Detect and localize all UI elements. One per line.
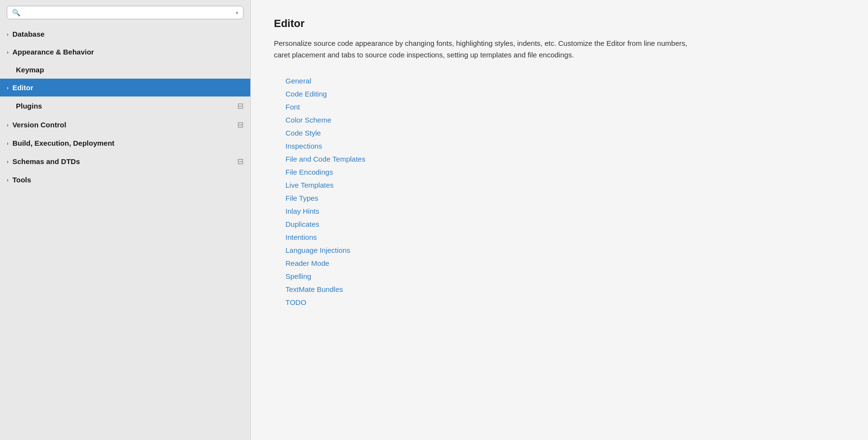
link-live-templates[interactable]: Live Templates (274, 179, 845, 192)
chevron-icon-database: › (7, 31, 9, 37)
sidebar-item-version-control[interactable]: ›Version Control⊟ (0, 115, 250, 134)
chevron-icon-version-control: › (7, 122, 9, 128)
badge-icon-plugins: ⊟ (237, 101, 244, 110)
sidebar-item-plugins[interactable]: Plugins⊟ (0, 96, 250, 115)
sidebar-item-label-keymap: Keymap (16, 66, 244, 74)
sidebar-item-label-build-execution-deployment: Build, Execution, Deployment (13, 139, 244, 147)
link-color-scheme[interactable]: Color Scheme (274, 113, 845, 126)
links-list: GeneralCode EditingFontColor SchemeCode … (274, 74, 845, 309)
page-title: Editor (274, 17, 845, 30)
link-code-style[interactable]: Code Style (274, 126, 845, 139)
page-description: Personalize source code appearance by ch… (274, 38, 689, 61)
sidebar-item-label-appearance-behavior: Appearance & Behavior (13, 48, 244, 56)
sidebar-item-label-version-control: Version Control (13, 121, 237, 129)
link-duplicates[interactable]: Duplicates (274, 218, 845, 231)
link-spelling[interactable]: Spelling (274, 270, 845, 283)
link-file-code-templates[interactable]: File and Code Templates (274, 152, 845, 165)
sidebar-item-label-schemas-dtds: Schemas and DTDs (13, 157, 237, 165)
link-file-types[interactable]: File Types (274, 192, 845, 205)
sidebar-item-label-database: Database (13, 30, 244, 38)
chevron-icon-build-execution-deployment: › (7, 140, 9, 146)
chevron-icon-editor: › (7, 85, 9, 91)
sidebar-item-label-editor: Editor (13, 83, 244, 92)
sidebar-item-build-execution-deployment[interactable]: ›Build, Execution, Deployment (0, 134, 250, 152)
main-content: Editor Personalize source code appearanc… (251, 0, 868, 440)
chevron-icon-tools: › (7, 177, 9, 183)
sidebar-item-keymap[interactable]: Keymap (0, 61, 250, 79)
search-icon: 🔍 (12, 9, 20, 16)
sidebar-item-schemas-dtds[interactable]: ›Schemas and DTDs⊟ (0, 152, 250, 171)
link-font[interactable]: Font (274, 100, 845, 113)
search-box[interactable]: 🔍 ▾ (7, 6, 244, 19)
search-container: 🔍 ▾ (0, 0, 250, 25)
link-language-injections[interactable]: Language Injections (274, 244, 845, 257)
sidebar: 🔍 ▾ ›Database›Appearance & BehaviorKeyma… (0, 0, 251, 440)
link-general[interactable]: General (274, 74, 845, 87)
link-intentions[interactable]: Intentions (274, 231, 845, 244)
link-code-editing[interactable]: Code Editing (274, 87, 845, 100)
link-todo[interactable]: TODO (274, 296, 845, 309)
search-input[interactable] (23, 9, 233, 16)
sidebar-item-tools[interactable]: ›Tools (0, 171, 250, 189)
chevron-icon-appearance-behavior: › (7, 49, 9, 55)
badge-icon-version-control: ⊟ (237, 120, 244, 129)
link-textmate-bundles[interactable]: TextMate Bundles (274, 283, 845, 296)
sidebar-item-label-tools: Tools (13, 176, 244, 184)
chevron-icon-schemas-dtds: › (7, 159, 9, 165)
link-reader-mode[interactable]: Reader Mode (274, 257, 845, 270)
sidebar-item-label-plugins: Plugins (16, 102, 237, 110)
link-file-encodings[interactable]: File Encodings (274, 165, 845, 179)
link-inspections[interactable]: Inspections (274, 139, 845, 152)
sidebar-item-database[interactable]: ›Database (0, 25, 250, 43)
sidebar-item-editor[interactable]: ›Editor (0, 79, 250, 96)
badge-icon-schemas-dtds: ⊟ (237, 157, 244, 166)
link-inlay-hints[interactable]: Inlay Hints (274, 205, 845, 218)
nav-items: ›Database›Appearance & BehaviorKeymap›Ed… (0, 25, 250, 440)
sidebar-item-appearance-behavior[interactable]: ›Appearance & Behavior (0, 43, 250, 61)
search-dropdown-arrow-icon[interactable]: ▾ (236, 10, 238, 15)
